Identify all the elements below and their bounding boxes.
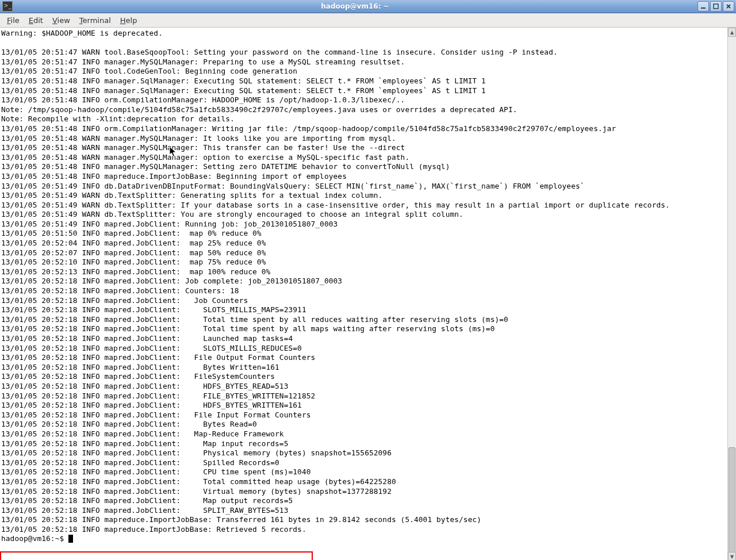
menu-file[interactable]: File bbox=[2, 15, 24, 26]
close-button[interactable] bbox=[723, 1, 734, 11]
menu-edit[interactable]: Edit bbox=[24, 15, 48, 26]
scrollbar[interactable]: ▲ ▼ bbox=[727, 28, 736, 560]
terminal-area: Warning: $HADOOP_HOME is deprecated. 13/… bbox=[0, 28, 736, 560]
minimize-button[interactable] bbox=[697, 1, 709, 11]
menu-file-label: ile bbox=[11, 16, 20, 25]
window-controls bbox=[697, 1, 734, 11]
minimize-icon bbox=[700, 3, 706, 9]
maximize-icon bbox=[713, 3, 719, 9]
menu-view[interactable]: View bbox=[48, 15, 75, 26]
menu-terminal[interactable]: Terminal bbox=[75, 15, 116, 26]
menu-terminal-label: erminal bbox=[83, 16, 111, 25]
terminal-output[interactable]: Warning: $HADOOP_HOME is deprecated. 13/… bbox=[0, 28, 727, 560]
terminal-cursor bbox=[68, 535, 73, 543]
svg-rect-0 bbox=[701, 7, 706, 9]
close-icon bbox=[726, 3, 731, 9]
scroll-up-arrow[interactable]: ▲ bbox=[728, 28, 736, 37]
scroll-down-arrow[interactable]: ▼ bbox=[728, 552, 736, 560]
menu-edit-label: dit bbox=[33, 16, 43, 25]
svg-rect-1 bbox=[714, 4, 718, 9]
menubar: File Edit View Terminal Help bbox=[0, 13, 736, 28]
menu-help[interactable]: Help bbox=[116, 15, 142, 26]
menu-help-label: elp bbox=[126, 16, 137, 25]
scroll-thumb[interactable] bbox=[729, 447, 735, 553]
window-app-icon: >_ bbox=[2, 1, 13, 11]
window-titlebar: >_ hadoop@vm16: ~ bbox=[0, 0, 736, 13]
maximize-button[interactable] bbox=[710, 1, 722, 11]
window-title: hadoop@vm16: ~ bbox=[13, 2, 697, 10]
menu-view-label: iew bbox=[57, 16, 70, 25]
